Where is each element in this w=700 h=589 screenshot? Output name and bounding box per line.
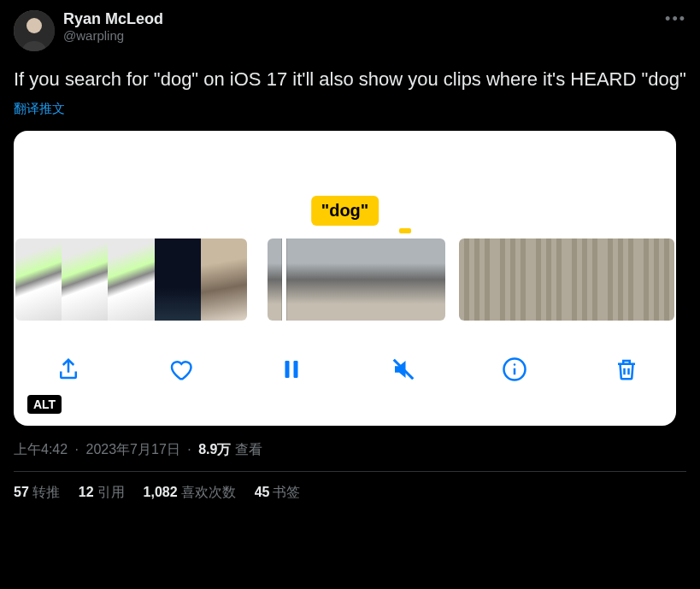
- clip-frame: [356, 239, 445, 321]
- avatar-image: [14, 10, 55, 51]
- clip-frame: [567, 239, 603, 321]
- bookmarks-count: 45: [255, 485, 270, 499]
- clip-frame: [62, 239, 108, 321]
- svg-rect-2: [285, 361, 290, 378]
- clip-frame: [603, 239, 638, 321]
- speaker-muted-icon: [391, 356, 416, 382]
- heart-icon: [168, 356, 193, 382]
- share-button[interactable]: [51, 352, 85, 386]
- info-button[interactable]: [497, 352, 532, 386]
- quotes-label: 引用: [97, 485, 125, 499]
- retweets-label: 转推: [32, 485, 60, 499]
- likes-label: 喜欢次数: [181, 485, 236, 499]
- stat-quotes[interactable]: 12引用: [79, 484, 125, 502]
- clip-frame: [459, 239, 495, 321]
- stats-row: 57转推 12引用 1,082喜欢次数 45书签: [14, 472, 686, 502]
- clip-frame: [495, 239, 531, 321]
- meta-line[interactable]: 上午4:42 · 2023年7月17日 · 8.9万 查看: [14, 441, 686, 459]
- media-card[interactable]: "dog": [14, 131, 676, 426]
- post-time: 上午4:42: [14, 442, 68, 456]
- svg-rect-3: [294, 361, 298, 378]
- stat-bookmarks[interactable]: 45书签: [255, 484, 301, 502]
- likes-count: 1,082: [144, 485, 178, 499]
- svg-point-1: [26, 18, 42, 33]
- tweet-text: If you search for "dog" on iOS 17 it'll …: [14, 67, 686, 92]
- pause-icon: [279, 356, 304, 382]
- clip-frame: [268, 239, 356, 321]
- stat-likes[interactable]: 1,082喜欢次数: [144, 484, 236, 502]
- caption-tick: [399, 228, 411, 233]
- clip-frame: [155, 239, 201, 321]
- more-button[interactable]: •••: [665, 10, 686, 28]
- quotes-count: 12: [79, 485, 94, 499]
- avatar[interactable]: [14, 10, 55, 51]
- post-date: 2023年7月17日: [86, 442, 180, 456]
- views-count: 8.9万: [198, 442, 231, 456]
- clip-frame: [531, 239, 567, 321]
- clip-frame: [15, 239, 62, 321]
- delete-button[interactable]: [609, 352, 644, 386]
- alt-badge[interactable]: ALT: [27, 395, 62, 414]
- translate-link[interactable]: 翻译推文: [14, 101, 65, 117]
- playhead[interactable]: [282, 239, 286, 321]
- mute-button[interactable]: [386, 352, 421, 386]
- author-block[interactable]: Ryan McLeod @warpling: [63, 10, 163, 43]
- clip-group[interactable]: [268, 239, 445, 321]
- pause-button[interactable]: [274, 352, 309, 386]
- clip-group[interactable]: [15, 239, 247, 321]
- stat-retweets[interactable]: 57转推: [14, 484, 60, 502]
- video-timeline[interactable]: [14, 239, 676, 321]
- separator: ·: [75, 442, 79, 456]
- handle: @warpling: [63, 28, 163, 43]
- bookmarks-label: 书签: [273, 485, 300, 499]
- like-button[interactable]: [163, 352, 197, 386]
- clip-frame: [201, 239, 247, 321]
- info-icon: [502, 356, 527, 382]
- clip-frame: [108, 239, 154, 321]
- caption-bubble: "dog": [311, 196, 379, 226]
- svg-point-7: [514, 363, 516, 366]
- retweets-count: 57: [14, 485, 29, 499]
- media-toolbar: [14, 352, 676, 386]
- clip-frame: [638, 239, 674, 321]
- separator: ·: [187, 442, 191, 456]
- views-label: 查看: [235, 442, 262, 456]
- share-icon: [56, 356, 81, 382]
- tweet-header: Ryan McLeod @warpling: [14, 10, 686, 51]
- clip-group[interactable]: [459, 239, 674, 321]
- display-name: Ryan McLeod: [63, 10, 163, 28]
- tweet-container: Ryan McLeod @warpling ••• If you search …: [0, 0, 700, 502]
- trash-icon: [614, 356, 639, 382]
